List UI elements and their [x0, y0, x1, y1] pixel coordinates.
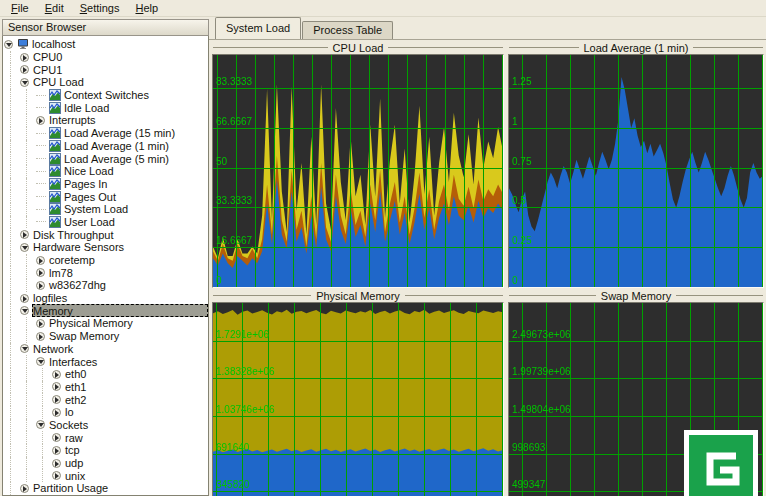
expand-icon[interactable]	[52, 471, 61, 480]
tree-item-label: logfiles	[33, 292, 67, 304]
tree-item-label: Idle Load	[64, 102, 109, 114]
tree-guide-line	[3, 216, 19, 229]
tab-process-table[interactable]: Process Table	[302, 21, 393, 39]
tree-item-coretemp[interactable]: coretemp	[3, 254, 208, 267]
tree-item-interrupts[interactable]: Interrupts	[3, 114, 208, 127]
collapse-icon[interactable]	[20, 243, 29, 252]
tree-item-eth1[interactable]: eth1	[3, 381, 208, 394]
tree-item-body: Load Average (15 min)	[48, 127, 208, 140]
tree-guide-line	[19, 368, 35, 381]
tree-item-label: Pages Out	[64, 191, 116, 203]
expand-icon[interactable]	[52, 459, 61, 468]
collapse-icon[interactable]	[20, 306, 29, 315]
expand-icon[interactable]	[52, 395, 61, 404]
collapse-icon[interactable]	[20, 78, 29, 87]
tree-item-label: eth2	[65, 394, 86, 406]
collapse-icon[interactable]	[36, 357, 45, 366]
tree-item-udp[interactable]: udp	[3, 457, 208, 470]
cpu-load-chart	[213, 55, 503, 287]
tree-item-tcp[interactable]: tcp	[3, 444, 208, 457]
expand-icon[interactable]	[20, 65, 29, 74]
tree-item-cpu1[interactable]: CPU1	[3, 63, 208, 76]
tree-item-eth0[interactable]: eth0	[3, 368, 208, 381]
tree-item-cpu0[interactable]: CPU0	[3, 51, 208, 64]
sensor-browser-header[interactable]: Sensor Browser	[2, 19, 209, 36]
expand-icon[interactable]	[36, 281, 45, 290]
cpu-load-title: CPU Load	[212, 42, 504, 54]
tree-item-label: Network	[33, 343, 73, 355]
expand-icon[interactable]	[36, 332, 45, 341]
expand-icon[interactable]	[20, 230, 29, 239]
tree-connector	[36, 183, 46, 184]
tree-item-label: CPU Load	[33, 76, 84, 88]
tree-item-load-average-5-min-[interactable]: Load Average (5 min)	[3, 152, 208, 165]
collapse-icon[interactable]	[36, 420, 45, 429]
expand-icon[interactable]	[20, 294, 29, 303]
tree-item-w83627dhg[interactable]: w83627dhg	[3, 279, 208, 292]
expand-icon[interactable]	[36, 116, 45, 125]
tree-item-pages-out[interactable]: Pages Out	[3, 190, 208, 203]
tree-item-lo[interactable]: lo	[3, 406, 208, 419]
tree-item-raw[interactable]: raw	[3, 431, 208, 444]
expand-icon[interactable]	[36, 268, 45, 277]
expand-icon[interactable]	[52, 446, 61, 455]
tree-item-system-load[interactable]: System Load	[3, 203, 208, 216]
tree-item-unix[interactable]: unix	[3, 469, 208, 482]
tree-item-idle-load[interactable]: Idle Load	[3, 101, 208, 114]
tree-item-memory[interactable]: Memory	[3, 304, 208, 317]
tree-item-swap-memory[interactable]: Swap Memory	[3, 330, 208, 343]
tree-item-cpu-load[interactable]: CPU Load	[3, 76, 208, 89]
expand-icon[interactable]	[52, 433, 61, 442]
tree-item-network[interactable]: Network	[3, 343, 208, 356]
tree-item-hardware-sensors[interactable]: Hardware Sensors	[3, 241, 208, 254]
tree-connector	[36, 171, 46, 172]
tree-item-user-load[interactable]: User Load	[3, 216, 208, 229]
tab-system-load[interactable]: System Load	[215, 17, 301, 39]
tree-item-localhost[interactable]: localhost	[3, 38, 208, 51]
g-letter-icon	[689, 435, 753, 496]
tree-item-label: CPU0	[33, 51, 62, 63]
tree-item-context-switches[interactable]: Context Switches	[3, 89, 208, 102]
tree-item-lm78[interactable]: lm78	[3, 266, 208, 279]
swap-memory-title: Swap Memory	[508, 290, 764, 302]
expand-icon[interactable]	[52, 370, 61, 379]
sensor-icon	[49, 89, 61, 101]
expand-icon[interactable]	[52, 408, 61, 417]
menu-file[interactable]: File	[3, 1, 37, 16]
tree-connector	[36, 145, 46, 146]
tree-guide-line	[3, 406, 19, 419]
menu-settings[interactable]: Settings	[72, 1, 128, 16]
collapse-icon[interactable]	[4, 40, 13, 49]
tree-item-interfaces[interactable]: Interfaces	[3, 355, 208, 368]
tree-item-body: Load Average (5 min)	[48, 152, 208, 165]
tree-item-logfiles[interactable]: logfiles	[3, 292, 208, 305]
expand-icon[interactable]	[20, 484, 29, 493]
tree-item-load-average-1-min-[interactable]: Load Average (1 min)	[3, 140, 208, 153]
expand-icon[interactable]	[36, 256, 45, 265]
tree-item-label: raw	[65, 432, 83, 444]
tree-item-nice-load[interactable]: Nice Load	[3, 165, 208, 178]
menu-edit[interactable]: Edit	[37, 1, 72, 16]
tree-guide-line	[3, 444, 19, 457]
tree-item-pages-in[interactable]: Pages In	[3, 178, 208, 191]
tree-item-body: eth1	[64, 381, 208, 394]
expand-icon[interactable]	[52, 382, 61, 391]
tree-item-body: Disk Throughput	[32, 228, 208, 241]
expand-icon[interactable]	[20, 53, 29, 62]
sensor-icon	[49, 102, 61, 114]
tree-guide-line	[3, 469, 19, 482]
tree-item-physical-memory[interactable]: Physical Memory	[3, 317, 208, 330]
tree-item-partition-usage[interactable]: Partition Usage	[3, 482, 208, 495]
tree-guide-line	[19, 127, 35, 140]
tree-item-eth2[interactable]: eth2	[3, 393, 208, 406]
tree-guide-line	[3, 190, 19, 203]
tree-item-sockets[interactable]: Sockets	[3, 419, 208, 432]
tree-item-body: Hardware Sensors	[32, 241, 208, 254]
menu-help[interactable]: Help	[127, 1, 166, 16]
tree-item-label: w83627dhg	[49, 279, 106, 291]
expand-icon[interactable]	[36, 319, 45, 328]
tree-item-load-average-15-min-[interactable]: Load Average (15 min)	[3, 127, 208, 140]
tree-item-label: Interrupts	[49, 114, 95, 126]
collapse-icon[interactable]	[20, 344, 29, 353]
tree-item-disk-throughput[interactable]: Disk Throughput	[3, 228, 208, 241]
